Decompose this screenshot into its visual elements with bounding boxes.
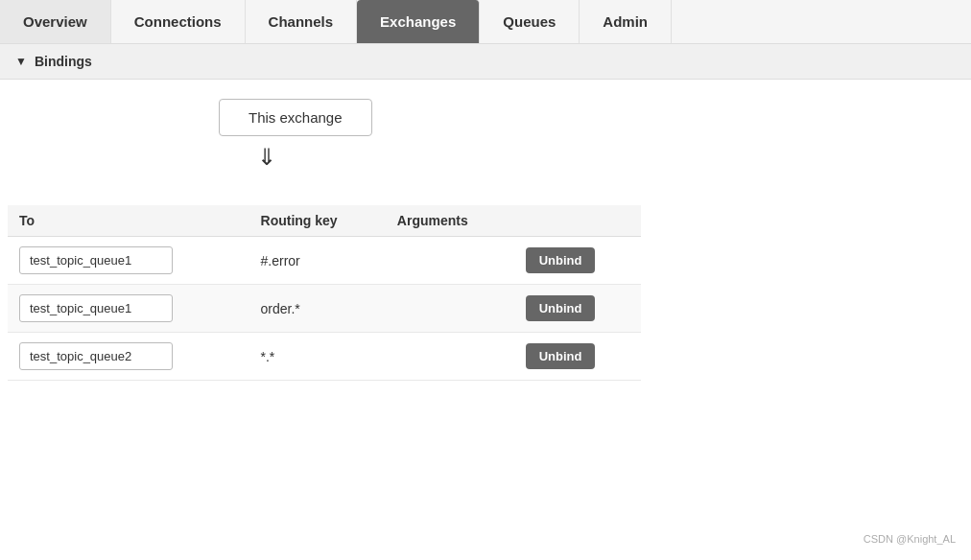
cell-to: test_topic_queue1 [8,285,249,333]
queue-name: test_topic_queue2 [19,342,173,370]
cell-action: Unbind [514,333,641,381]
unbind-button[interactable]: Unbind [526,295,596,321]
bindings-section-label: Bindings [35,54,92,69]
collapse-arrow-icon: ▼ [15,55,27,68]
exchange-box: This exchange [219,99,372,136]
exchange-diagram: This exchange ⇓ [8,80,963,190]
cell-arguments [386,285,514,333]
table-row: test_topic_queue1 order.* Unbind [8,285,641,333]
cell-routing-key: *.* [249,333,386,381]
bindings-section-header[interactable]: ▼ Bindings [0,44,971,80]
cell-arguments [386,333,514,381]
cell-routing-key: order.* [249,285,386,333]
unbind-button[interactable]: Unbind [526,343,596,369]
table-header-row: To Routing key Arguments [8,205,641,237]
table-row: test_topic_queue2 *.* Unbind [8,333,641,381]
cell-action: Unbind [514,285,641,333]
nav-item-queues[interactable]: Queues [480,0,580,43]
nav-item-overview[interactable]: Overview [0,0,111,43]
cell-action: Unbind [514,237,641,285]
nav-item-exchanges[interactable]: Exchanges [357,0,480,43]
nav-item-connections[interactable]: Connections [111,0,246,43]
queue-name: test_topic_queue1 [19,246,173,274]
cell-arguments [386,237,514,285]
cell-to: test_topic_queue2 [8,333,249,381]
unbind-button[interactable]: Unbind [526,247,596,273]
nav-bar: Overview Connections Channels Exchanges … [0,0,971,44]
bindings-table: To Routing key Arguments test_topic_queu… [8,205,641,381]
nav-item-admin[interactable]: Admin [580,0,672,43]
cell-to: test_topic_queue1 [8,237,249,285]
col-to: To [8,205,249,237]
bindings-content: This exchange ⇓ To Routing key Arguments… [0,80,971,381]
queue-name: test_topic_queue1 [19,294,173,322]
col-arguments: Arguments [386,205,514,237]
down-arrow-icon: ⇓ [257,144,276,171]
exchange-label: This exchange [249,109,343,126]
col-routing-key: Routing key [249,205,386,237]
nav-item-channels[interactable]: Channels [246,0,358,43]
table-row: test_topic_queue1 #.error Unbind [8,237,641,285]
cell-routing-key: #.error [249,237,386,285]
col-action [514,205,641,237]
